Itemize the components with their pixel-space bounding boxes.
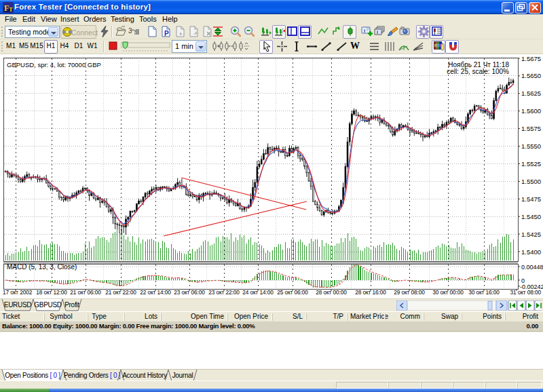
- svg-text:1.5650: 1.5650: [521, 72, 541, 79]
- svg-text:Account History: Account History: [122, 372, 167, 379]
- svg-text:cell: 25, scale: 100%: cell: 25, scale: 100%: [447, 68, 509, 75]
- svg-text:1.5475: 1.5475: [521, 195, 541, 203]
- svg-text:Profit: Profit: [64, 301, 79, 309]
- svg-text:1.5550: 1.5550: [521, 142, 541, 150]
- svg-text:Pending Orders [ 0 ]: Pending Orders [ 0 ]: [64, 372, 121, 379]
- svg-text:GBPUSD: GBPUSD: [34, 301, 62, 309]
- svg-text:1.5450: 1.5450: [521, 213, 541, 220]
- svg-text:i: i: [364, 28, 365, 34]
- svg-text:17 окт 2002: 17 окт 2002: [3, 289, 33, 296]
- svg-text:3: 3: [128, 27, 132, 35]
- svg-text:1.5675: 1.5675: [521, 55, 541, 62]
- svg-text:Open Positions [ 0 ]: Open Positions [ 0 ]: [5, 372, 60, 379]
- svg-text:1.5625: 1.5625: [521, 90, 541, 97]
- svg-text:1.5575: 1.5575: [521, 125, 541, 132]
- svg-text:MACD (5, 13, 3, Close): MACD (5, 13, 3, Close): [7, 263, 77, 271]
- svg-text:T: T: [9, 6, 13, 13]
- svg-text:EURUSD: EURUSD: [4, 301, 32, 309]
- svg-text:1.5500: 1.5500: [521, 178, 541, 185]
- svg-text:i: i: [377, 30, 378, 35]
- svg-text:Journal: Journal: [172, 372, 193, 379]
- svg-text:1.5600: 1.5600: [521, 107, 541, 115]
- svg-text:1.5400: 1.5400: [521, 248, 541, 256]
- svg-text:P: P: [164, 30, 169, 37]
- svg-text:1.5425: 1.5425: [521, 231, 541, 238]
- svg-text:1.5525: 1.5525: [521, 160, 541, 168]
- svg-text:0.00448: 0.00448: [521, 264, 543, 271]
- svg-text:31 окт 08:00: 31 окт 08:00: [510, 289, 541, 296]
- svg-text:GBPUSD, spr: 4, lot: 70000 GBP: GBPUSD, spr: 4, lot: 70000 GBP: [7, 61, 101, 68]
